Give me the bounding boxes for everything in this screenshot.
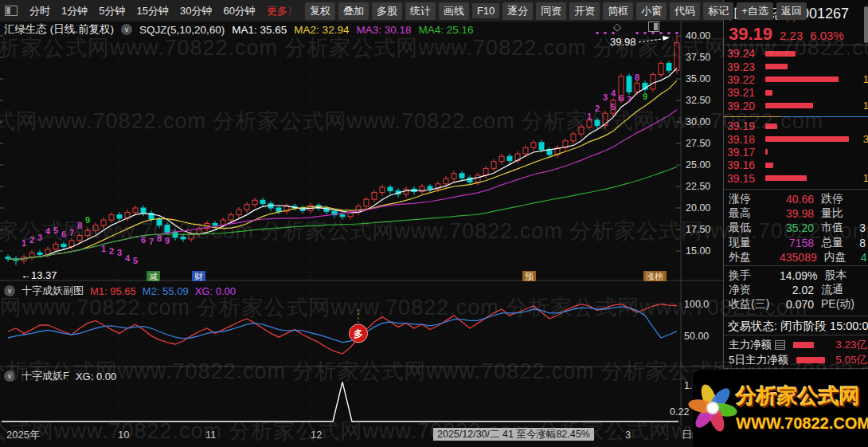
panel-stock-code: 001267 (801, 6, 849, 22)
split-window-icon[interactable] (648, 22, 659, 32)
svg-text:3: 3 (603, 92, 608, 102)
bid-row[interactable]: 39.151 (727, 172, 868, 185)
bid-row[interactable]: 39.17 (727, 146, 868, 159)
svg-text:4: 4 (611, 88, 616, 98)
diamond-icon[interactable] (613, 21, 621, 33)
divider (724, 368, 868, 369)
subchart2-header: 十字成妖F XG: 0.00 (4, 369, 116, 383)
svg-text:5: 5 (53, 225, 58, 235)
ask-row-volume: 1 (858, 73, 868, 85)
main-net-value: 3.23亿 (835, 338, 867, 352)
ask-row[interactable]: 39.24 (727, 47, 868, 60)
stat-cell: 量比 (821, 206, 858, 221)
svg-text:8: 8 (635, 73, 639, 82)
menu-period-3[interactable]: 5分钟 (93, 4, 131, 18)
svg-text:7: 7 (69, 228, 74, 237)
stat-cell: 35.20 (780, 222, 814, 234)
svg-text:9: 9 (165, 236, 170, 245)
svg-text:100.0: 100.0 (684, 299, 709, 310)
svg-text:3: 3 (117, 248, 122, 257)
menu-more[interactable]: 更多〉 (261, 4, 303, 18)
svg-text:27.50: 27.50 (686, 138, 710, 149)
menu-button-15[interactable]: 返回 (776, 2, 807, 20)
bid-row[interactable]: 39.16 (727, 159, 868, 171)
menu-period-4[interactable]: 15分钟 (131, 4, 174, 18)
menu-button-13[interactable]: 标记 (703, 2, 733, 20)
list-icon[interactable] (775, 340, 785, 350)
stat-cell: 现量 (729, 236, 780, 250)
svg-text:2: 2 (109, 246, 114, 256)
menu-button-1[interactable]: 复权 (305, 2, 335, 20)
bid-row[interactable]: 39.19 (727, 120, 868, 132)
signal-dot (676, 32, 678, 34)
ask-row[interactable]: 39.201 (727, 100, 868, 112)
main-net5-value: 5.05亿 (835, 353, 867, 367)
panel-scrollbar[interactable] (864, 6, 868, 43)
chevron-down-icon[interactable] (121, 24, 132, 35)
stat-cell: 4 (861, 251, 867, 264)
stats-block-1: 涨停40.66跌停最高39.98量比最低35.20市值3现量7158总量8外盘4… (729, 192, 866, 265)
layout-icon[interactable] (5, 6, 18, 16)
chart-stock-label: 汇绿生态 (日线.前复权) (4, 22, 114, 37)
menu-button-6[interactable]: F10 (472, 3, 499, 18)
svg-text:50.00: 50.00 (684, 331, 709, 342)
menu-button-7[interactable]: 逐分 (502, 2, 533, 20)
stat-cell: 7158 (780, 237, 814, 249)
svg-text:预: 预 (525, 272, 534, 281)
subchart2-name[interactable]: 十字成妖F (22, 369, 69, 383)
menu-period-2[interactable]: 1分钟 (56, 4, 93, 18)
site-logo: 分析家公式网 WWW.70822.COM (693, 370, 868, 447)
ask-row-bar (764, 90, 858, 96)
menu-button-8[interactable]: 同资 (536, 2, 566, 20)
chart-title-bar: 汇绿生态 (日线.前复权) SQJZ(5,10,20,60) MA1: 35.6… (4, 23, 474, 36)
main-net-flow-row[interactable]: 主力净额 3.23亿 (729, 338, 867, 352)
signal-dot (668, 32, 671, 34)
stat-row: 收益(三)0.070PE(动) (729, 297, 866, 312)
stat-cell: 8 (858, 237, 866, 249)
ma4-value: MA4: 25.16 (418, 24, 473, 36)
main-net5-flow-row[interactable]: 5日主力净额 5.05亿 (729, 353, 867, 367)
stat-cell: 涨停 (729, 192, 780, 206)
subchart1-header: 十字成妖副图 M1: 95.65 M2: 55.09 XG: 0.00 (4, 284, 236, 298)
ma1-value: MA1: 35.65 (232, 24, 287, 36)
chevron-down-icon[interactable] (4, 371, 15, 382)
menu-button-9[interactable]: 开资 (569, 2, 600, 20)
menu-button-5[interactable]: 画线 (439, 2, 469, 20)
stat-cell: 内盘 (824, 250, 861, 265)
subchart1-name[interactable]: 十字成妖副图 (22, 284, 84, 298)
ask-row[interactable]: 39.221 (727, 73, 868, 86)
indicator-name[interactable]: SQJZ(5,10,20,60) (139, 24, 225, 36)
bid-row[interactable]: 39.183 (727, 132, 868, 145)
menu-button-4[interactable]: 统计 (405, 2, 436, 20)
panel-price-row: 39.19 2.23 6.03% (729, 24, 844, 45)
logo-site-url: WWW.70822.COM (736, 414, 868, 433)
main-net5-bar (796, 357, 825, 363)
menu-button-10[interactable]: 简框 (603, 2, 633, 20)
ask-row-bar (764, 76, 858, 82)
chevron-down-icon[interactable] (4, 285, 15, 296)
menu-period-1[interactable]: 分时 (24, 4, 56, 18)
selected-date-info: 2025/12/30/二 41 至今涨幅82.45% (433, 428, 594, 441)
menu-button-3[interactable]: 多股 (372, 2, 402, 20)
bid-row-price: 39.17 (727, 146, 764, 159)
menu-button-14[interactable]: +自选 (737, 2, 773, 20)
timeline-extra: 3 (625, 429, 631, 441)
stat-cell: 换手 (729, 269, 780, 283)
svg-text:15.00: 15.00 (686, 245, 710, 257)
main-net-bar (793, 342, 814, 348)
stats-block-2: 换手14.09%股本净资2.02流通收益(三)0.070PE(动) (729, 269, 866, 312)
menu-period-6[interactable]: 60分钟 (217, 4, 260, 18)
divider (724, 265, 868, 266)
ask-row[interactable]: 39.23 (727, 60, 868, 73)
svg-text:财: 财 (194, 272, 203, 281)
app-window: 40.0037.5035.0032.5030.0027.5025.0022.50… (0, 0, 868, 447)
menu-button-12[interactable]: 代码 (670, 2, 700, 20)
menu-button-2[interactable]: 叠加 (338, 2, 369, 20)
svg-text:2: 2 (595, 104, 600, 113)
menu-button-11[interactable]: 小窗 (636, 2, 667, 20)
menu-period-5[interactable]: 30分钟 (174, 4, 217, 18)
ask-row[interactable]: 39.21 (727, 86, 868, 99)
svg-text:减: 减 (149, 272, 158, 281)
bid-ask-separator (724, 116, 868, 117)
stat-cell: 0.070 (780, 298, 814, 311)
